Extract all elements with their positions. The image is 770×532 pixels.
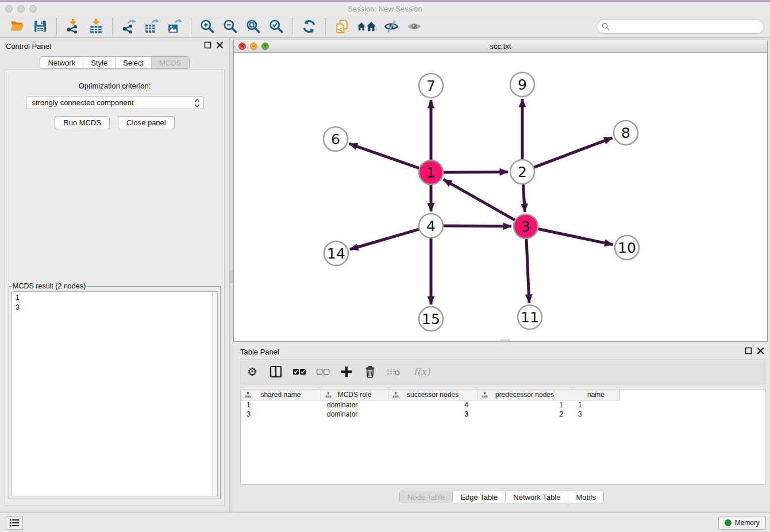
graph-edge-2-3[interactable]: [523, 184, 525, 212]
graph-edge-1-6[interactable]: [349, 144, 419, 168]
graph-node-15[interactable]: 15: [419, 307, 443, 331]
tab-node-table[interactable]: Node Table: [400, 491, 453, 503]
network-window-title: scc.txt: [234, 42, 767, 51]
import-network-button[interactable]: [64, 18, 82, 35]
hide-selected-button[interactable]: [383, 18, 400, 35]
table-row[interactable]: 1dominator411: [241, 400, 765, 410]
graph-node-6[interactable]: 6: [324, 127, 348, 151]
splitter-handle[interactable]: [230, 271, 233, 283]
tab-mcds[interactable]: MCDS: [151, 57, 188, 68]
graph-node-14[interactable]: 14: [324, 241, 348, 265]
network-canvas[interactable]: 7968124314101511: [234, 53, 767, 341]
memory-button[interactable]: Memory: [718, 516, 766, 530]
graph-node-label: 2: [518, 164, 527, 180]
add-column-button[interactable]: [340, 365, 353, 379]
table-row[interactable]: 3dominator323: [241, 410, 765, 419]
export-image-button[interactable]: [166, 18, 183, 35]
export-table-button[interactable]: [143, 18, 160, 35]
zoom-selected-button[interactable]: [268, 18, 285, 35]
copy-network-button[interactable]: [333, 18, 351, 35]
zoom-fit-button[interactable]: [245, 18, 262, 35]
refresh-button[interactable]: [301, 18, 318, 35]
import-table-button[interactable]: [87, 18, 105, 35]
column-header-predecessor-nodes[interactable]: predecessor nodes: [478, 390, 572, 400]
tab-network[interactable]: Network: [40, 57, 83, 68]
show-all-button[interactable]: [406, 18, 423, 35]
graph-edge-4-3[interactable]: [444, 226, 511, 226]
network-window-titlebar[interactable]: ✕ − + scc.txt: [234, 40, 767, 53]
table-cell[interactable]: 3: [241, 410, 321, 419]
save-floppy-icon: [33, 20, 47, 33]
task-history-button[interactable]: [6, 516, 23, 530]
optimization-select[interactable]: strongly connected component: [26, 96, 204, 109]
delete-column-button[interactable]: [363, 365, 377, 379]
select-all-button[interactable]: [292, 365, 306, 379]
table-cell[interactable]: 1: [572, 400, 620, 410]
tab-select[interactable]: Select: [115, 57, 151, 68]
graph-node-3[interactable]: 3: [514, 214, 538, 238]
tree-column-icon: [482, 392, 488, 398]
graph-edge-3-1[interactable]: [444, 179, 515, 220]
home-layout-button[interactable]: [356, 18, 377, 35]
table-cell[interactable]: 4: [388, 400, 478, 410]
graph-edge-3-11[interactable]: [526, 239, 529, 303]
zoom-out-button[interactable]: [222, 18, 239, 35]
run-mcds-button[interactable]: Run MCDS: [55, 116, 110, 129]
table-cell[interactable]: dominator: [321, 410, 388, 419]
graph-edge-4-14[interactable]: [350, 229, 419, 249]
result-scrollbar[interactable]: [212, 292, 217, 496]
graph-node-7[interactable]: 7: [419, 74, 443, 98]
table-settings-button[interactable]: ⚙: [245, 365, 259, 379]
close-panel-button[interactable]: Close panel: [118, 116, 175, 129]
network-resize-handle[interactable]: [500, 340, 510, 342]
zoom-in-button[interactable]: [199, 18, 216, 35]
graph-node-11[interactable]: 11: [518, 305, 542, 329]
search-input[interactable]: [613, 22, 759, 31]
close-panel-icon[interactable]: [216, 41, 224, 49]
control-panel: Control Panel NetworkStyleSelectMCDS Opt…: [0, 38, 230, 512]
zoom-selected-icon: [269, 19, 284, 34]
column-layout-button[interactable]: [269, 365, 283, 379]
deselect-all-button[interactable]: [316, 365, 330, 379]
graph-edge-1-2[interactable]: [444, 172, 508, 172]
search-box[interactable]: [596, 20, 764, 34]
function-builder-button[interactable]: f(x): [410, 365, 433, 379]
table-cell[interactable]: 1: [478, 400, 572, 410]
column-header-MCDS-role[interactable]: MCDS role: [321, 390, 388, 400]
home-icon: [357, 19, 376, 34]
column-header-name[interactable]: name: [572, 390, 620, 400]
mcds-result-area[interactable]: 1 3: [11, 291, 218, 496]
tab-edge-table[interactable]: Edge Table: [452, 491, 505, 503]
table-cell[interactable]: 2: [478, 410, 572, 419]
graph-node-2[interactable]: 2: [510, 160, 534, 184]
delete-table-button[interactable]: [387, 365, 401, 379]
search-icon: [602, 22, 610, 30]
graph-edge-2-8[interactable]: [534, 138, 613, 167]
tab-network-table[interactable]: Network Table: [505, 491, 568, 503]
export-network-button[interactable]: [120, 18, 137, 35]
graph-node-10[interactable]: 10: [615, 236, 639, 260]
tab-style[interactable]: Style: [83, 57, 115, 68]
column-header-shared-name[interactable]: shared name: [241, 390, 321, 400]
select-stepper-icon: [193, 98, 201, 109]
table-cell[interactable]: 3: [388, 410, 478, 419]
table-cell[interactable]: dominator: [321, 400, 388, 410]
close-table-panel-icon[interactable]: [757, 347, 764, 354]
network-window: ✕ − + scc.txt 7968124314101511: [233, 40, 768, 342]
save-session-button[interactable]: [32, 18, 49, 35]
graph-edge-3-10[interactable]: [538, 229, 613, 245]
node-table[interactable]: shared nameMCDS rolesuccessor nodesprede…: [240, 389, 765, 485]
graph-node-4[interactable]: 4: [419, 214, 443, 238]
tab-motifs[interactable]: Motifs: [568, 491, 603, 503]
memory-label: Memory: [735, 519, 760, 527]
network-graph[interactable]: 7968124314101511: [234, 53, 767, 341]
open-session-button[interactable]: [9, 18, 26, 35]
table-cell[interactable]: 3: [572, 410, 620, 419]
column-header-successor-nodes[interactable]: successor nodes: [388, 390, 478, 400]
table-cell[interactable]: 1: [241, 400, 321, 410]
graph-node-1[interactable]: 1: [419, 160, 443, 184]
graph-node-9[interactable]: 9: [510, 72, 534, 97]
graph-node-8[interactable]: 8: [614, 121, 638, 145]
float-table-panel-icon[interactable]: [745, 347, 752, 354]
float-panel-icon[interactable]: [204, 41, 211, 49]
